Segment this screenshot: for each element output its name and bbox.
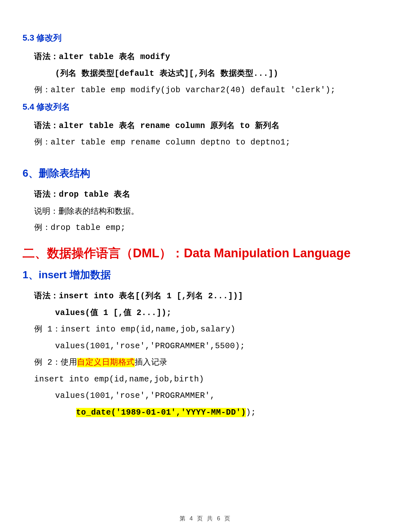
section-1-example2-line1: insert into emp(id,name,job,birth) (34, 372, 388, 387)
section-6-title: 6、删除表结构 (23, 166, 388, 181)
page-footer: 第 4 页 共 6 页 (0, 515, 411, 522)
example-label: 例： (34, 85, 51, 95)
example-label: 例 1： (34, 325, 61, 334)
section-6-note: 说明：删除表的结构和数据。 (34, 203, 388, 219)
highlight-custom-date-format: 自定义日期格式 (77, 358, 135, 367)
example-code-suffix: ); (246, 408, 256, 417)
example-code: alter table emp rename column deptno to … (51, 138, 290, 147)
example-label: 例： (34, 223, 51, 232)
section-1-example1-line1: 例 1：insert into emp(id,name,job,salary) (34, 322, 388, 337)
example-code: insert into emp(id,name,job,salary) (61, 325, 236, 334)
section-5-4-syntax: 语法：alter table 表名 rename column 原列名 to 新… (34, 118, 388, 134)
section-1-example1-line2: values(1001,'rose','PROGRAMMER',5500); (34, 339, 388, 354)
chapter-2-title: 二、数据操作语言（DML）：Data Manipulation Language (23, 245, 388, 261)
section-1-example2-header: 例 2：使用自定义日期格式插入记录 (34, 355, 388, 370)
section-5-4-title: 5.4 修改列名 (23, 101, 388, 113)
example-suffix: 插入记录 (135, 358, 168, 367)
section-1-example2-line2: values(1001,'rose','PROGRAMMER', (34, 388, 388, 404)
section-1-example2-line3: to_date('1989-01-01','YYYY-MM-DD')); (34, 405, 388, 420)
section-1-title: 1、insert 增加数据 (23, 268, 388, 282)
example-label: 例 2：使用 (34, 358, 77, 367)
highlight-to-date: to_date('1989-01-01','YYYY-MM-DD') (76, 408, 246, 417)
example-code: alter table emp modify(job varchar2(40) … (51, 85, 336, 95)
section-1-syntax-line2: values(值 1 [,值 2...]); (34, 305, 388, 321)
section-5-3-syntax-line2: (列名 数据类型[default 表达式][,列名 数据类型...]) (34, 66, 388, 82)
section-5-3-example: 例：alter table emp modify(job varchar2(40… (34, 83, 388, 98)
section-5-4-example: 例：alter table emp rename column deptno t… (34, 135, 388, 150)
section-6-syntax: 语法：drop table 表名 (34, 187, 388, 202)
section-1-syntax-line1: 语法：insert into 表名[(列名 1 [,列名 2...])] (34, 289, 388, 304)
example-code: drop table emp; (51, 223, 126, 232)
section-5-3-syntax-line1: 语法：alter table 表名 modify (34, 49, 388, 65)
section-5-3-title: 5.3 修改列 (23, 32, 388, 44)
example-label: 例： (34, 138, 51, 147)
section-6-example: 例：drop table emp; (34, 220, 388, 236)
